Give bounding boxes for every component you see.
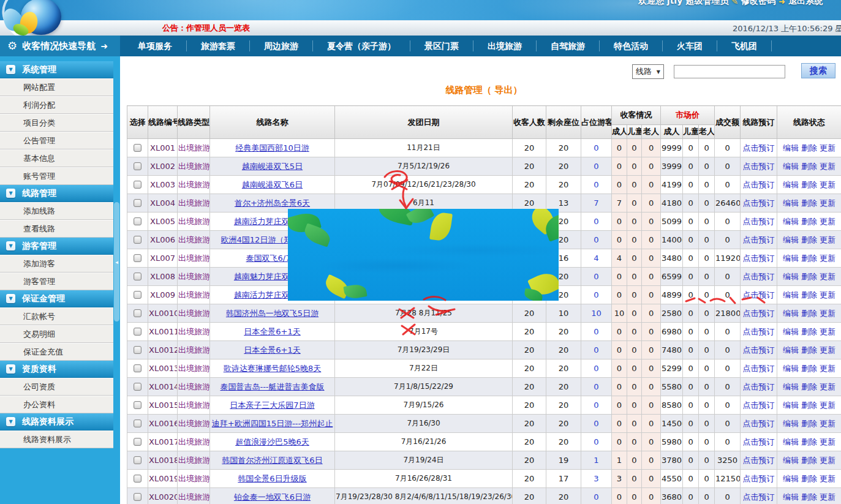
sidebar-section-header[interactable]: ▼线路管理 (0, 185, 113, 202)
sidebar-item[interactable]: 基本信息 (0, 149, 113, 167)
nav-tab[interactable]: 出境旅游 (473, 40, 537, 51)
edit-link[interactable]: 编辑 (783, 309, 799, 318)
cell-occupied[interactable]: 0 (581, 176, 612, 194)
edit-link[interactable]: 编辑 (783, 456, 799, 465)
delete-link[interactable]: 删除 (801, 235, 817, 244)
update-link[interactable]: 更新 (820, 309, 835, 318)
delete-link[interactable]: 删除 (801, 474, 817, 483)
delete-link[interactable]: 删除 (801, 143, 817, 152)
cell-occupied[interactable]: 0 (581, 396, 612, 415)
cell-occupied[interactable]: 0 (581, 488, 612, 504)
update-link[interactable]: 更新 (820, 492, 835, 502)
row-checkbox[interactable] (134, 383, 141, 391)
change-password-link[interactable]: 修改密码 (741, 0, 775, 7)
cell-occupied[interactable]: 0 (581, 268, 612, 286)
booking-link[interactable]: 点击预订 (743, 254, 775, 263)
update-link[interactable]: 更新 (820, 382, 835, 391)
sidebar-section-header[interactable]: ▼游客管理 (0, 238, 113, 255)
booking-link[interactable]: 点击预订 (743, 364, 775, 373)
update-link[interactable]: 更新 (820, 143, 835, 152)
booking-link[interactable]: 点击预订 (743, 290, 775, 299)
update-link[interactable]: 更新 (820, 217, 835, 226)
row-checkbox[interactable] (134, 401, 141, 409)
route-name-link[interactable]: 首尔+济州岛全景6天 (235, 198, 310, 208)
route-name-link[interactable]: 铂金泰一地双飞6日游 (234, 492, 311, 502)
edit-link[interactable]: 编辑 (783, 235, 799, 244)
cell-occupied[interactable]: 0 (581, 157, 612, 176)
row-checkbox[interactable] (134, 328, 141, 336)
nav-tab[interactable]: 特色活动 (600, 40, 663, 51)
edit-link[interactable]: 编辑 (783, 437, 799, 446)
cell-occupied[interactable]: 0 (581, 231, 612, 249)
route-name-link[interactable]: 迪拜+欧洲四国15日游---郑州起止 (212, 419, 333, 428)
sidebar-item[interactable]: 添加线路 (0, 202, 113, 220)
nav-tab[interactable]: 飞机团 (717, 40, 772, 51)
delete-link[interactable]: 删除 (801, 327, 817, 336)
sidebar-section-header[interactable]: ▼系统管理 (0, 61, 113, 78)
sidebar-section-header[interactable]: ▼资质资料 (0, 361, 113, 378)
edit-link[interactable]: 编辑 (783, 492, 799, 502)
quick-nav-button[interactable]: ⚙ 收客情况快速导航 ➜ (0, 36, 120, 56)
edit-link[interactable]: 编辑 (783, 364, 799, 373)
update-link[interactable]: 更新 (820, 401, 835, 410)
route-name-link[interactable]: 超值浪漫沙巴5晚6天 (235, 437, 309, 446)
nav-tab[interactable]: 景区门票 (410, 40, 473, 51)
edit-link[interactable]: 编辑 (783, 382, 799, 391)
sidebar-item[interactable]: 网站配置 (0, 78, 113, 96)
delete-link[interactable]: 删除 (801, 401, 817, 410)
sidebar-item[interactable]: 查看线路 (0, 220, 113, 238)
edit-link[interactable]: 编辑 (783, 180, 799, 189)
row-checkbox[interactable] (134, 144, 141, 152)
edit-link[interactable]: 编辑 (783, 345, 799, 355)
delete-link[interactable]: 删除 (801, 198, 817, 208)
edit-link[interactable]: 编辑 (783, 143, 799, 152)
nav-tab[interactable]: 旅游套票 (187, 40, 250, 51)
booking-link[interactable]: 点击预订 (743, 217, 775, 226)
update-link[interactable]: 更新 (820, 327, 835, 336)
delete-link[interactable]: 删除 (801, 382, 817, 391)
cell-occupied[interactable]: 7 (581, 194, 612, 213)
route-name-link[interactable]: 韩国济州岛一地双飞5日游 (226, 309, 319, 318)
cell-occupied[interactable]: 10 (581, 304, 612, 323)
delete-link[interactable]: 删除 (801, 290, 817, 299)
edit-link[interactable]: 编辑 (783, 419, 799, 428)
update-link[interactable]: 更新 (820, 162, 835, 171)
cell-occupied[interactable]: 0 (581, 286, 612, 304)
nav-tab[interactable]: 火车团 (663, 40, 717, 51)
delete-link[interactable]: 删除 (801, 456, 817, 465)
cell-occupied[interactable]: 0 (581, 415, 612, 433)
update-link[interactable]: 更新 (820, 456, 835, 465)
row-checkbox[interactable] (134, 475, 141, 483)
sidebar-item[interactable]: 线路资料展示 (0, 431, 113, 448)
booking-link[interactable]: 点击预订 (743, 180, 775, 189)
booking-link[interactable]: 点击预订 (743, 235, 775, 244)
search-button[interactable]: 搜索 (801, 63, 835, 78)
update-link[interactable]: 更新 (820, 364, 835, 373)
cell-occupied[interactable]: 0 (581, 323, 612, 341)
route-name-link[interactable]: 越南岘港双飞6日 (242, 180, 303, 189)
row-checkbox[interactable] (134, 217, 141, 225)
sidebar-item[interactable]: 账号管理 (0, 167, 113, 185)
cell-occupied[interactable]: 0 (581, 433, 612, 451)
search-input[interactable] (674, 65, 785, 78)
booking-link[interactable]: 点击预订 (743, 143, 775, 152)
delete-link[interactable]: 删除 (801, 180, 817, 189)
delete-link[interactable]: 删除 (801, 364, 817, 373)
row-checkbox[interactable] (134, 181, 141, 189)
cell-occupied[interactable]: 0 (581, 139, 612, 157)
booking-link[interactable]: 点击预订 (743, 309, 775, 318)
cell-occupied[interactable]: 0 (581, 378, 612, 396)
update-link[interactable]: 更新 (820, 290, 835, 299)
row-checkbox[interactable] (134, 162, 141, 170)
route-name-link[interactable]: 越南岘港双飞5日 (242, 162, 303, 171)
route-name-link[interactable]: 日本亲子三大乐园7日游 (230, 401, 314, 410)
edit-link[interactable]: 编辑 (783, 254, 799, 263)
sidebar-item[interactable]: 添加游客 (0, 255, 113, 273)
row-checkbox[interactable] (134, 254, 141, 262)
row-checkbox[interactable] (134, 309, 141, 317)
update-link[interactable]: 更新 (820, 437, 835, 446)
sidebar-section-header[interactable]: ▼保证金管理 (0, 290, 113, 307)
logout-link[interactable]: 退出系统 (788, 0, 823, 7)
sidebar-item[interactable]: 交易明细 (0, 325, 113, 343)
delete-link[interactable]: 删除 (801, 437, 817, 446)
